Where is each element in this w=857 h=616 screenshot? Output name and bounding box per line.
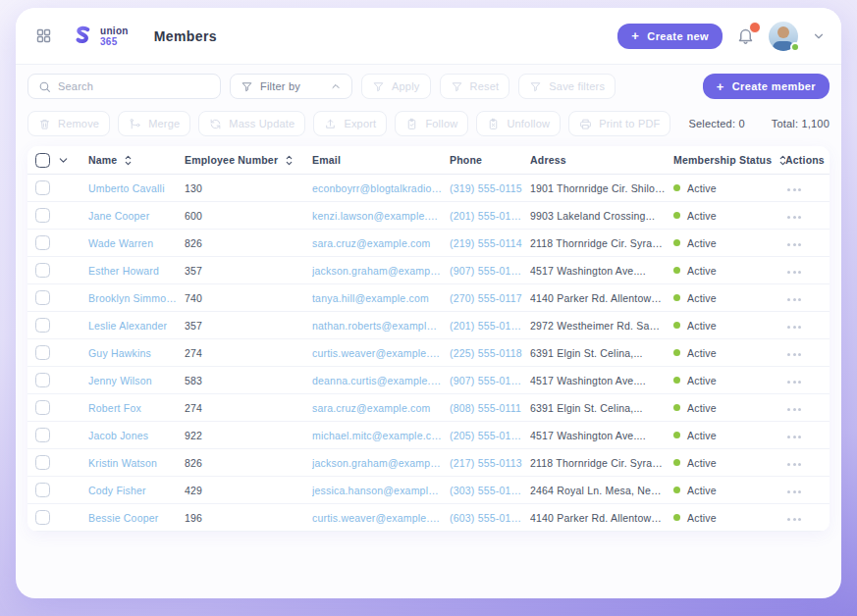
member-name-link[interactable]: Jenny Wilson — [88, 375, 185, 386]
status-label: Active — [687, 402, 717, 414]
member-email-link[interactable]: deanna.curtis@example.com — [312, 375, 450, 386]
member-email-link[interactable]: kenzi.lawson@example.com — [312, 210, 450, 222]
select-all-checkbox[interactable] — [35, 153, 50, 168]
row-actions-menu-icon[interactable] — [785, 459, 803, 470]
member-name-link[interactable]: Leslie Alexander — [88, 320, 185, 332]
filter-by-dropdown[interactable]: Filter by — [230, 74, 352, 99]
member-name-link[interactable]: Brooklyn Simmons — [88, 292, 185, 304]
member-email-link[interactable]: curtis.weaver@example.com — [312, 512, 450, 524]
member-phone-link[interactable]: (319) 555-0115 — [450, 182, 530, 194]
account-chevron-down-icon[interactable] — [812, 29, 826, 43]
member-phone-link[interactable]: (205) 555-0100 — [450, 430, 530, 441]
member-phone-link[interactable]: (808) 555-0111 — [450, 402, 530, 414]
row-checkbox[interactable] — [35, 318, 50, 333]
search-input[interactable] — [58, 80, 210, 92]
member-name-link[interactable]: Umberto Cavalli — [88, 182, 185, 194]
member-email-link[interactable]: nathan.roberts@example.com — [312, 320, 450, 332]
save-filters-button[interactable]: Save filters — [518, 74, 616, 99]
row-checkbox[interactable] — [35, 400, 50, 415]
column-header-membership-status[interactable]: Membership Status — [673, 154, 785, 166]
member-name-link[interactable]: Guy Hawkins — [88, 347, 185, 359]
row-actions-menu-icon[interactable] — [785, 404, 803, 415]
member-phone-link[interactable]: (217) 555-0113 — [450, 457, 530, 469]
member-name-link[interactable]: Jacob Jones — [88, 430, 185, 441]
member-phone-link[interactable]: (907) 555-0101 — [450, 265, 530, 277]
create-new-button[interactable]: + Create new — [617, 24, 723, 49]
apply-filters-button[interactable]: Apply — [361, 74, 431, 99]
member-email-link[interactable]: jackson.graham@example.com — [312, 265, 450, 277]
member-phone-link[interactable]: (201) 555-0124 — [450, 320, 530, 332]
row-checkbox[interactable] — [35, 428, 50, 442]
row-actions-menu-icon[interactable] — [785, 184, 803, 195]
member-phone-link[interactable]: (303) 555-0105 — [450, 485, 530, 496]
member-email-link[interactable]: michael.mitc@example.com — [312, 430, 450, 441]
sort-icon[interactable] — [778, 155, 785, 166]
row-checkbox[interactable] — [35, 510, 50, 525]
member-email-link[interactable]: tanya.hill@example.com — [312, 292, 450, 304]
member-email-link[interactable]: econboyrr@blogtalkradio.com — [312, 182, 450, 194]
member-email-link[interactable]: jackson.graham@example.com — [312, 457, 450, 469]
status-label: Active — [687, 347, 717, 359]
member-phone-link[interactable]: (603) 555-0123 — [450, 512, 530, 524]
user-avatar[interactable] — [769, 22, 798, 51]
create-member-button[interactable]: + Create member — [703, 74, 830, 99]
notifications-bell-icon[interactable] — [736, 26, 755, 45]
member-name-link[interactable]: Robert Fox — [88, 402, 185, 414]
search-input-wrap[interactable] — [27, 74, 221, 99]
row-actions-menu-icon[interactable] — [785, 377, 803, 387]
member-name-link[interactable]: Cody Fisher — [88, 485, 185, 496]
export-button[interactable]: Export — [313, 111, 387, 136]
member-phone-link[interactable]: (270) 555-0117 — [450, 292, 530, 304]
unfollow-button[interactable]: Unfollow — [476, 111, 561, 136]
member-email-link[interactable]: sara.cruz@example.com — [312, 402, 450, 414]
select-menu-chevron-down-icon[interactable] — [57, 154, 70, 167]
row-actions-menu-icon[interactable] — [785, 514, 803, 525]
merge-button[interactable]: Merge — [118, 111, 190, 136]
sort-icon[interactable] — [124, 155, 133, 166]
row-checkbox[interactable] — [35, 455, 50, 470]
apps-grid-icon[interactable] — [35, 27, 52, 44]
print-to-pdf-button[interactable]: Print to PDF — [568, 111, 670, 136]
member-email-link[interactable]: jessica.hanson@example.com — [312, 485, 450, 496]
row-actions-menu-icon[interactable] — [785, 432, 803, 442]
plus-icon: + — [717, 79, 724, 94]
member-phone-link[interactable]: (219) 555-0114 — [450, 237, 530, 249]
member-name-link[interactable]: Wade Warren — [88, 237, 185, 249]
follow-button[interactable]: Follow — [395, 111, 468, 136]
row-checkbox[interactable] — [35, 263, 50, 278]
row-checkbox[interactable] — [35, 373, 50, 387]
row-actions-menu-icon[interactable] — [785, 349, 803, 360]
row-checkbox[interactable] — [35, 208, 50, 223]
member-name-link[interactable]: Bessie Cooper — [88, 512, 185, 524]
reset-filters-button[interactable]: Reset — [440, 74, 510, 99]
member-phone-link[interactable]: (907) 555-0101 — [450, 375, 530, 386]
member-name-link[interactable]: Jane Cooper — [88, 210, 185, 222]
column-header-name[interactable]: Name — [88, 154, 185, 166]
row-checkbox[interactable] — [35, 290, 50, 305]
row-checkbox[interactable] — [35, 235, 50, 250]
row-checkbox[interactable] — [35, 180, 50, 195]
column-header-address[interactable]: Adress — [530, 154, 673, 166]
membership-status: Active — [673, 292, 785, 304]
remove-button[interactable]: Remove — [27, 111, 110, 136]
row-actions-menu-icon[interactable] — [785, 322, 803, 333]
member-phone-link[interactable]: (225) 555-0118 — [450, 347, 530, 359]
row-actions-menu-icon[interactable] — [785, 212, 803, 223]
row-actions-menu-icon[interactable] — [785, 294, 803, 305]
sort-icon[interactable] — [285, 155, 294, 166]
row-actions-menu-icon[interactable] — [785, 267, 803, 278]
mass-update-button[interactable]: Mass Update — [198, 111, 305, 136]
row-actions-menu-icon[interactable] — [785, 239, 803, 250]
column-header-phone[interactable]: Phone — [450, 154, 530, 166]
column-header-employee-number[interactable]: Employee Number — [185, 154, 312, 166]
row-actions-menu-icon[interactable] — [785, 487, 803, 497]
member-name-link[interactable]: Kristin Watson — [88, 457, 185, 469]
member-email-link[interactable]: sara.cruz@example.com — [312, 237, 450, 249]
member-name-link[interactable]: Esther Howard — [88, 265, 185, 277]
row-checkbox[interactable] — [35, 345, 50, 360]
member-email-link[interactable]: curtis.weaver@example.com — [312, 347, 450, 359]
column-header-email[interactable]: Email — [312, 154, 450, 166]
row-checkbox[interactable] — [35, 483, 50, 497]
member-phone-link[interactable]: (201) 555-0124 — [450, 210, 530, 222]
union365-logo[interactable]: union 365 — [70, 24, 129, 49]
